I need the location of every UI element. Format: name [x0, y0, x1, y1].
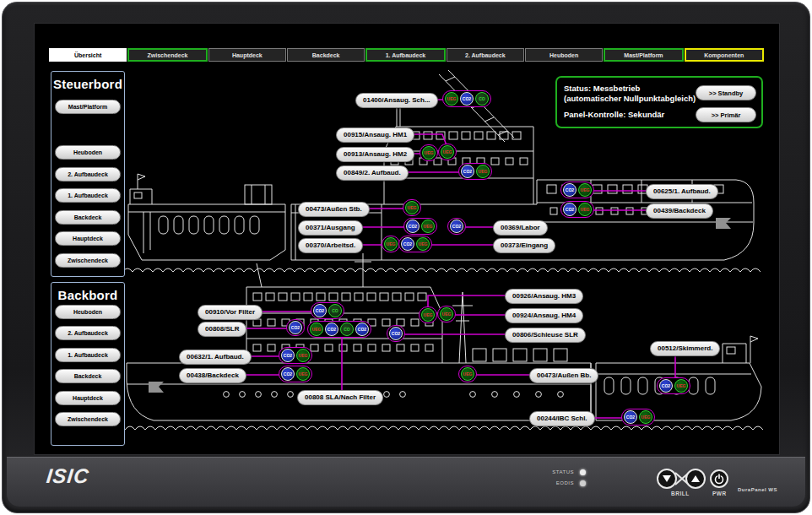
standby-button[interactable]: >> Standby	[696, 85, 756, 100]
sidebar-title-steuerbord: Steuerbord	[51, 77, 124, 91]
sensor-label-aufbaudeck2-stb[interactable]: 00849/2. Aufbaud.	[336, 165, 409, 181]
co2-sensor-icon: CO2	[355, 323, 369, 336]
co2-sensor-icon: CO2	[563, 203, 577, 216]
sensor-label-sla-nach-filter[interactable]: 00808 SLA/Nach Filter	[297, 390, 383, 405]
brill-label: BRILL	[671, 491, 690, 496]
sensor-label-eingang[interactable]: 00373/Eingang	[493, 238, 555, 253]
ueg-sensor-icon: UEG	[296, 367, 310, 381]
sensor-label-arbeitsdeck[interactable]: 00370/Arbeitsd.	[298, 238, 363, 253]
sensor-label-ansaug-hm4[interactable]: 00924/Ansaug. HM4	[505, 308, 583, 323]
sensor-group-skimmerdeck[interactable]: CO2UEG	[657, 377, 690, 394]
sensor-label-ansaug-hm2[interactable]: 00913/Ansaug. HM2	[336, 147, 414, 162]
ueg-sensor-icon: UEG	[296, 349, 310, 362]
eodis-led-label: EODIS	[530, 480, 574, 485]
sensor-label-slr[interactable]: 00808/SLR	[198, 322, 246, 337]
tab-heuboden[interactable]: Heuboden	[525, 48, 603, 62]
sensor-label-ansaug-schornstein[interactable]: 01400/Ansaug. Sch...	[355, 93, 438, 108]
ueg-sensor-icon: UEG	[405, 201, 419, 214]
sensor-group-schleuse-slr[interactable]: CO2	[387, 325, 405, 342]
sensor-label-ansaug-hm1[interactable]: 00915/Ansaug. HM1	[336, 127, 414, 143]
sensor-group-arbeitsdeck[interactable]: UEG	[382, 236, 400, 252]
co2-sensor-icon: CO2	[325, 323, 338, 336]
sensor-label-schleuse-slr[interactable]: 00806/Schleuse SLR	[505, 328, 586, 343]
sidebar-item-steuerbord-2-aufbaudeck[interactable]: 2. Aufbaudeck	[55, 167, 121, 182]
sensor-label-labor[interactable]: 00369/Labor	[493, 220, 548, 236]
co2-sensor-icon: CO2	[406, 220, 420, 233]
sensor-group-aussen-stb[interactable]: UEG	[403, 199, 421, 216]
co2-sensor-icon: CO2	[563, 183, 577, 197]
sensor-group-ausgang[interactable]: CO2UEG	[403, 218, 437, 235]
ueg-sensor-icon: UEG	[476, 165, 490, 178]
co2-sensor-icon: CO2	[401, 237, 414, 251]
sidebar-item-steuerbord-zwischendeck[interactable]: Zwischendeck	[55, 253, 121, 268]
sensor-group-backdeck-bb[interactable]: CO2UEG	[279, 366, 312, 382]
tab-backdeck[interactable]: Backdeck	[287, 48, 365, 62]
sidebar-item-backbord-hauptdeck[interactable]: Hauptdeck	[55, 391, 121, 405]
ueg-sensor-icon: UEG	[384, 237, 398, 251]
co-sensor-icon: CO	[340, 323, 354, 336]
sensor-label-ausgang[interactable]: 00371/Ausgang	[298, 220, 363, 236]
sensor-label-skimmerdeck[interactable]: 00512/Skimmerd.	[650, 341, 720, 356]
eodis-led	[580, 480, 586, 486]
sidebar-item-backbord-1-aufbaudeck[interactable]: 1. Aufbaudeck	[55, 348, 121, 362]
sensor-group-sla-nach-filter[interactable]: UEGCO2COCO2	[307, 321, 371, 338]
sensor-label-backdeck-stb[interactable]: 00439/Backdeck	[646, 203, 713, 219]
sidebar-item-backbord-backdeck[interactable]: Backdeck	[55, 369, 121, 383]
ueg-sensor-icon: UEG	[578, 183, 592, 197]
sensor-group-ansaug-schornstein[interactable]: UEGCO2CO	[442, 90, 491, 107]
sidebar-item-steuerbord-heuboden[interactable]: Heuboden	[55, 145, 121, 160]
sensor-group-backdeck-stb[interactable]: CO2UEG	[560, 201, 594, 218]
tab-mast-platform[interactable]: Mast/Platform	[604, 48, 683, 62]
sensor-group-ansaug-hm3[interactable]: UEG	[419, 306, 437, 323]
tab-zwischendeck[interactable]: Zwischendeck	[127, 48, 207, 62]
co2-sensor-icon: CO2	[389, 327, 403, 340]
sensor-group-ansaug-hm4[interactable]: UEG	[437, 306, 456, 323]
sidebar-steuerbord: SteuerbordMast/PlatformHeuboden2. Aufbau…	[51, 71, 125, 277]
sidebar-item-backbord-2-aufbaudeck[interactable]: 2. Aufbaudeck	[55, 326, 121, 340]
sensor-group-aufbaudeck1-stb[interactable]: CO2UEG	[560, 182, 594, 198]
co2-sensor-icon: CO2	[624, 410, 637, 424]
triangle-up-icon	[691, 475, 700, 482]
ueg-sensor-icon: UEG	[578, 203, 592, 216]
brightness-down-button[interactable]	[657, 469, 677, 489]
sensor-group-slr[interactable]: CO2	[286, 319, 305, 336]
sidebar-item-steuerbord-mast-platform[interactable]: Mast/Platform	[55, 100, 121, 114]
sensor-label-vor-filter[interactable]: 00910/Vor Filter	[198, 305, 263, 320]
sensor-label-aussen-stb[interactable]: 00473/Außen Stb.	[298, 202, 370, 217]
ueg-sensor-icon: UEG	[310, 323, 323, 336]
sensor-label-aussen-bb[interactable]: 00473/Außen Bb.	[529, 368, 598, 383]
ueg-sensor-icon: UEG	[674, 379, 688, 393]
tab-2-aufbaudeck[interactable]: 2. Aufbaudeck	[447, 48, 524, 62]
sensor-group-aufbaudeck1-bb[interactable]: CO2UEG	[279, 347, 312, 364]
sensor-group-labor[interactable]: CO2	[447, 218, 466, 235]
brightness-up-button[interactable]	[685, 469, 706, 489]
power-button[interactable]	[710, 469, 728, 488]
sensor-group-aufbaudeck2-stb[interactable]: CO2UEG	[458, 163, 492, 180]
sensor-label-backdeck-bb[interactable]: 00438/Backdeck	[179, 368, 246, 383]
sensor-group-ansaug-hm2[interactable]: UEG	[420, 144, 438, 161]
sidebar-item-steuerbord-1-aufbaudeck[interactable]: 1. Aufbaudeck	[55, 188, 121, 203]
sidebar-item-steuerbord-backdeck[interactable]: Backdeck	[55, 210, 121, 225]
sidebar-title-backbord: Backbord	[51, 288, 124, 302]
sensor-group-vor-filter[interactable]: CO2CO	[311, 302, 344, 319]
co2-sensor-icon: CO2	[460, 92, 474, 106]
tab-komponenten[interactable]: Komponenten	[685, 48, 764, 62]
sensor-group-aussen-bb[interactable]: UEG	[458, 366, 477, 382]
sensor-label-aufbaudeck1-bb[interactable]: 00632/1. Aufbaud.	[179, 350, 252, 365]
primaer-button[interactable]: >> Primär	[696, 107, 756, 122]
sensor-label-ibc-schleuse[interactable]: 00244/IBC Schl.	[529, 411, 595, 426]
sensor-group-eingang[interactable]: CO2UEG	[398, 236, 432, 252]
ueg-sensor-icon: UEG	[421, 308, 435, 322]
sensor-group-ansaug-hm1[interactable]: UEG	[438, 144, 457, 160]
sidebar-item-backbord-zwischendeck[interactable]: Zwischendeck	[55, 412, 121, 426]
sidebar-item-steuerbord-hauptdeck[interactable]: Hauptdeck	[55, 231, 121, 246]
tab-1-aufbaudeck[interactable]: 1. Aufbaudeck	[365, 48, 445, 62]
sensor-group-ibc-schleuse[interactable]: CO2UEG	[621, 409, 655, 426]
model-label: DuraPanel WS	[738, 487, 777, 492]
tab-hauptdeck[interactable]: Hauptdeck	[208, 48, 286, 62]
tab-bersicht[interactable]: Übersicht	[49, 48, 127, 62]
sidebar-item-backbord-heuboden[interactable]: Heuboden	[55, 305, 121, 319]
sensor-label-ansaug-hm3[interactable]: 00926/Ansaug. HM3	[505, 289, 583, 304]
sensor-label-aufbaudeck1-stb[interactable]: 00625/1. Aufbaud.	[646, 184, 718, 199]
status-line-2: (automatischer Nullpunktabgleich)	[564, 94, 696, 104]
